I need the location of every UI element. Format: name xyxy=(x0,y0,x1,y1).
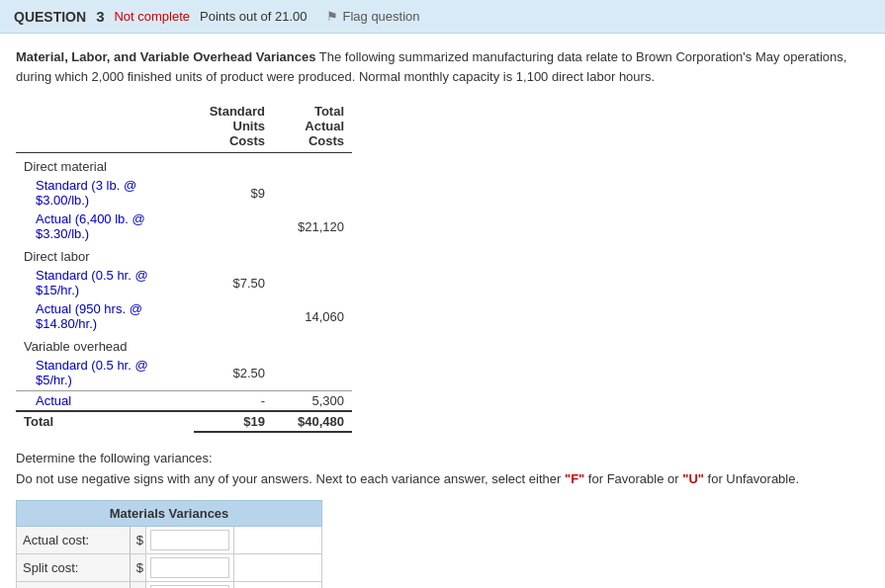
variance-row-label: Split cost: xyxy=(17,553,131,581)
content-area: Material, Labor, and Variable Overhead V… xyxy=(0,34,885,588)
note-f-label: for Favorable or xyxy=(584,471,682,486)
variance-row: Split cost:$ xyxy=(17,553,322,581)
flag-icon: ⚑ xyxy=(326,9,338,24)
dl-standard-actual xyxy=(273,266,352,299)
variance-dollar-sign: $ xyxy=(130,581,145,588)
dl-actual-label: Actual (950 hrs. @ $14.80/hr.) xyxy=(16,299,194,333)
intro-bold: Material, Labor, and Variable Overhead V… xyxy=(16,49,315,64)
table-row: Variable overhead xyxy=(16,333,352,356)
total-label: Total xyxy=(16,411,194,432)
variance-row-label: Actual cost: xyxy=(17,526,131,553)
variance-input-field[interactable] xyxy=(150,585,229,589)
variance-input-cell[interactable] xyxy=(146,526,234,553)
table-row: Actual (6,400 lb. @ $3.30/lb.) $21,120 xyxy=(16,210,352,243)
dm-standard-actual xyxy=(273,176,352,210)
table-row: Actual - 5,300 xyxy=(16,390,352,411)
variance-row: Actual cost:$ xyxy=(17,526,322,553)
variance-dollar-sign: $ xyxy=(130,553,145,581)
variance-empty-cell xyxy=(234,553,322,581)
vo-standard-label: Standard (0.5 hr. @ $5/hr.) xyxy=(16,356,194,389)
flag-question[interactable]: ⚑ Flag question xyxy=(326,9,419,24)
variance-row: Standard cost:$ xyxy=(17,581,322,588)
flag-label: Flag question xyxy=(342,9,419,24)
dl-standard-val: $7.50 xyxy=(194,266,273,299)
determine-text: Determine the following variances: xyxy=(16,451,869,465)
dm-actual-val: $21,120 xyxy=(273,210,352,243)
section-direct-material: Direct material xyxy=(16,153,194,177)
total-standard: $19 xyxy=(194,411,273,432)
total-actual: $40,480 xyxy=(273,411,352,432)
variance-input-field[interactable] xyxy=(150,530,229,550)
variance-row-label: Standard cost: xyxy=(17,581,131,588)
col-header-blank xyxy=(16,100,194,153)
dl-standard-label: Standard (0.5 hr. @ $15/hr.) xyxy=(16,266,194,299)
data-table: Standard Units Costs Total Actual Costs … xyxy=(16,100,352,433)
dm-actual-label: Actual (6,400 lb. @ $3.30/lb.) xyxy=(16,210,194,243)
variances-table: Materials Variances Actual cost:$Split c… xyxy=(16,500,322,589)
total-row: Total $19 $40,480 xyxy=(16,411,352,432)
note-u: "U" xyxy=(682,471,704,486)
variance-input-cell[interactable] xyxy=(146,553,234,581)
variances-header: Materials Variances xyxy=(17,500,322,526)
note-f: "F" xyxy=(565,471,584,486)
dl-actual-standard xyxy=(194,299,273,333)
variance-input-cell[interactable] xyxy=(146,581,234,588)
table-row: Standard (0.5 hr. @ $5/hr.) $2.50 xyxy=(16,356,352,389)
col-header-actual: Total Actual Costs xyxy=(273,100,352,153)
table-row: Standard (0.5 hr. @ $15/hr.) $7.50 xyxy=(16,266,352,299)
vo-actual-val: 5,300 xyxy=(273,390,352,411)
variance-input-field[interactable] xyxy=(150,557,229,578)
points-label: Points out of 21.00 xyxy=(200,9,307,24)
vo-actual-standard: - xyxy=(194,390,273,411)
vo-standard-actual xyxy=(273,356,352,389)
variance-empty-cell xyxy=(234,526,322,553)
status-badge: Not complete xyxy=(114,9,190,24)
table-row: Actual (950 hrs. @ $14.80/hr.) 14,060 xyxy=(16,299,352,333)
table-row: Direct labor xyxy=(16,243,352,266)
col-header-standard: Standard Units Costs xyxy=(194,100,273,153)
section-variable-overhead: Variable overhead xyxy=(16,333,194,356)
page-wrapper: QUESTION 3 Not complete Points out of 21… xyxy=(0,0,885,588)
table-row: Standard (3 lb. @ $3.00/lb.) $9 xyxy=(16,176,352,210)
question-label: QUESTION xyxy=(14,9,86,25)
intro-text: Material, Labor, and Variable Overhead V… xyxy=(16,47,869,86)
section-direct-labor: Direct labor xyxy=(16,243,194,266)
vo-actual-label: Actual xyxy=(16,390,194,411)
table-row: Direct material xyxy=(16,153,352,177)
note-body: Do not use negative signs with any of yo… xyxy=(16,471,565,486)
variance-empty-cell xyxy=(234,581,322,588)
dm-standard-val: $9 xyxy=(194,176,273,210)
note-text: Do not use negative signs with any of yo… xyxy=(16,471,869,486)
question-number: 3 xyxy=(96,8,104,25)
variance-dollar-sign: $ xyxy=(130,526,145,553)
vo-standard-val: $2.50 xyxy=(194,356,273,389)
dm-actual-standard xyxy=(194,210,273,243)
question-header: QUESTION 3 Not complete Points out of 21… xyxy=(0,0,885,34)
dm-standard-label: Standard (3 lb. @ $3.00/lb.) xyxy=(16,176,194,210)
dl-actual-val: 14,060 xyxy=(273,299,352,333)
note-u-label: for Unfavorable. xyxy=(704,471,799,486)
